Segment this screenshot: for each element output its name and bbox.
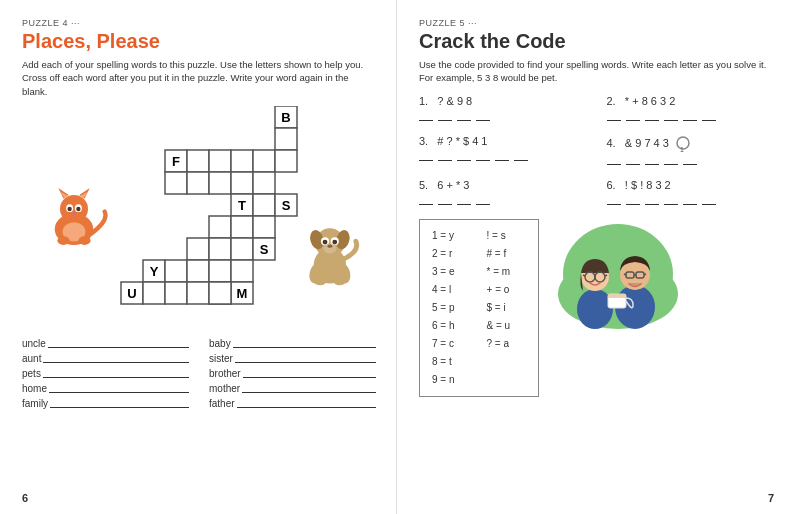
svg-point-65 — [332, 240, 337, 245]
svg-line-88 — [644, 274, 646, 275]
svg-text:Y: Y — [150, 264, 159, 279]
word-entry-pets: pets — [22, 368, 189, 379]
svg-rect-54 — [143, 282, 165, 304]
svg-rect-25 — [187, 172, 209, 194]
svg-rect-39 — [231, 238, 253, 260]
svg-rect-45 — [187, 260, 209, 282]
word-entry-father: father — [209, 398, 376, 409]
svg-point-10 — [72, 212, 76, 215]
svg-rect-90 — [608, 294, 626, 298]
svg-rect-38 — [209, 238, 231, 260]
svg-line-81 — [605, 275, 607, 276]
page-number-left: 6 — [22, 492, 28, 504]
svg-rect-21 — [231, 150, 253, 172]
word-list: uncle baby aunt sister pets brother home — [22, 338, 376, 409]
word-entry-uncle: uncle — [22, 338, 189, 349]
svg-point-67 — [327, 244, 332, 247]
clue-5: 5. 6 + * 3 — [419, 179, 587, 205]
svg-rect-19 — [187, 150, 209, 172]
svg-rect-46 — [209, 260, 231, 282]
svg-rect-37 — [187, 238, 209, 260]
svg-text:T: T — [238, 198, 246, 213]
svg-rect-20 — [209, 150, 231, 172]
left-puzzle-label: PUZZLE 4 ··· — [22, 18, 376, 28]
svg-point-8 — [67, 207, 71, 211]
crossword-area: B F T S — [29, 106, 369, 326]
svg-point-75 — [577, 289, 613, 329]
page-left: PUZZLE 4 ··· Places, Please Add each of … — [0, 0, 397, 514]
svg-rect-57 — [209, 282, 231, 304]
word-entry-family: family — [22, 398, 189, 409]
clue-2: 2. * + 8 6 3 2 — [607, 95, 775, 121]
couple-illustration — [553, 219, 683, 329]
word-entry-brother: brother — [209, 368, 376, 379]
clues-grid: 1. ? & 9 8 2. * + 8 6 3 2 3. # ? * — [419, 95, 774, 205]
svg-rect-47 — [231, 260, 253, 282]
svg-rect-23 — [275, 150, 297, 172]
dog-illustration — [299, 206, 364, 296]
svg-point-1 — [60, 195, 88, 223]
svg-point-12 — [57, 236, 69, 245]
svg-rect-28 — [253, 172, 275, 194]
svg-rect-44 — [165, 260, 187, 282]
svg-text:S: S — [260, 242, 269, 257]
word-entry-aunt: aunt — [22, 353, 189, 364]
clue-3: 3. # ? * $ 4 1 — [419, 135, 587, 165]
word-entry-sister: sister — [209, 353, 376, 364]
code-section: 1 = y ! = s 2 = r # = f 3 = e * = m 4 = … — [419, 219, 774, 397]
svg-rect-16 — [275, 128, 297, 150]
page-right: PUZZLE 5 ··· Crack the Code Use the code… — [397, 0, 794, 514]
svg-text:M: M — [237, 286, 248, 301]
svg-rect-31 — [253, 194, 275, 216]
svg-rect-26 — [209, 172, 231, 194]
svg-rect-35 — [231, 216, 253, 238]
code-table: 1 = y ! = s 2 = r # = f 3 = e * = m 4 = … — [419, 219, 539, 397]
right-instructions: Use the code provided to find your spell… — [419, 58, 774, 85]
word-entry-home: home — [22, 383, 189, 394]
svg-text:B: B — [281, 110, 290, 125]
svg-rect-24 — [165, 172, 187, 194]
page-number-right: 7 — [768, 492, 774, 504]
word-entry-baby: baby — [209, 338, 376, 349]
svg-rect-22 — [253, 150, 275, 172]
svg-line-87 — [624, 274, 626, 275]
svg-text:U: U — [127, 286, 136, 301]
clue-1: 1. ? & 9 8 — [419, 95, 587, 121]
left-instructions: Add each of your spelling words to this … — [22, 58, 376, 98]
svg-point-9 — [76, 207, 80, 211]
clue-4: 4. & 9 7 4 3 1 — [607, 135, 775, 165]
svg-rect-56 — [187, 282, 209, 304]
left-puzzle-title: Places, Please — [22, 30, 376, 52]
svg-rect-36 — [253, 216, 275, 238]
svg-rect-34 — [209, 216, 231, 238]
svg-point-13 — [78, 236, 90, 245]
svg-rect-55 — [165, 282, 187, 304]
svg-line-80 — [583, 275, 585, 276]
svg-rect-27 — [231, 172, 253, 194]
word-entry-mother: mother — [209, 383, 376, 394]
svg-text:S: S — [282, 198, 291, 213]
svg-point-64 — [323, 240, 328, 245]
svg-text:F: F — [172, 154, 180, 169]
right-puzzle-label: PUZZLE 5 ··· — [419, 18, 774, 28]
clue-6: 6. ! $ ! 8 3 2 — [607, 179, 775, 205]
right-puzzle-title: Crack the Code — [419, 30, 774, 52]
